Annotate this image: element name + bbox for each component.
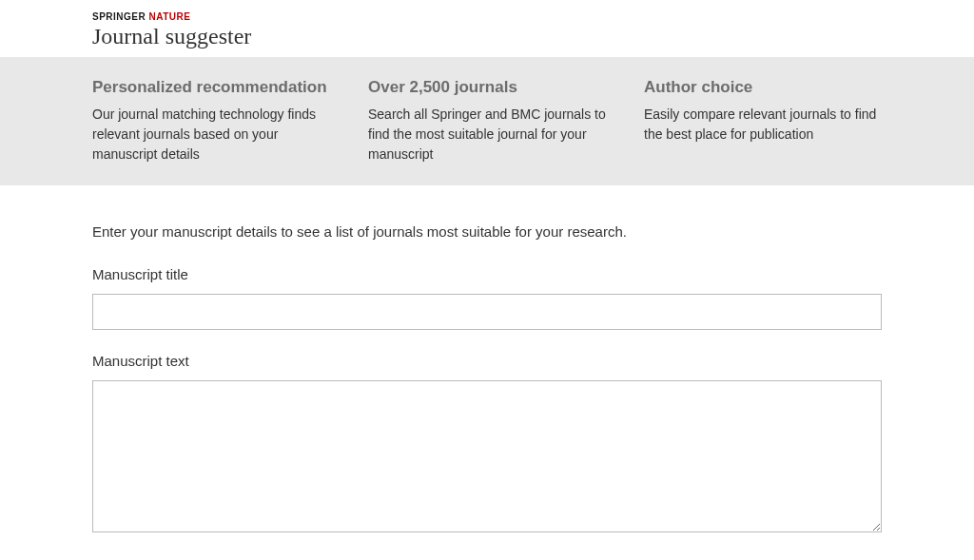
- manuscript-text-input[interactable]: [92, 380, 882, 532]
- manuscript-title-label: Manuscript title: [92, 266, 882, 282]
- feature-personalized: Personalized recommendation Our journal …: [92, 78, 330, 164]
- page-title: Journal suggester: [92, 24, 974, 49]
- brand-springer: SPRINGER: [92, 11, 146, 22]
- feature-desc: Search all Springer and BMC journals to …: [368, 105, 606, 164]
- feature-desc: Easily compare relevant journals to find…: [644, 105, 882, 145]
- feature-title: Over 2,500 journals: [368, 78, 606, 97]
- feature-title: Author choice: [644, 78, 882, 97]
- feature-title: Personalized recommendation: [92, 78, 330, 97]
- brand-logo: SPRINGER NATURE: [92, 11, 974, 22]
- manuscript-text-label: Manuscript text: [92, 353, 882, 369]
- feature-journals: Over 2,500 journals Search all Springer …: [368, 78, 606, 164]
- features-band: Personalized recommendation Our journal …: [0, 57, 974, 185]
- intro-text: Enter your manuscript details to see a l…: [92, 223, 882, 240]
- header: SPRINGER NATURE Journal suggester: [0, 0, 974, 57]
- brand-nature: NATURE: [149, 11, 191, 22]
- manuscript-title-input[interactable]: [92, 294, 882, 330]
- feature-author-choice: Author choice Easily compare relevant jo…: [644, 78, 882, 164]
- feature-desc: Our journal matching technology finds re…: [92, 105, 330, 164]
- form-section: Enter your manuscript details to see a l…: [0, 185, 974, 560]
